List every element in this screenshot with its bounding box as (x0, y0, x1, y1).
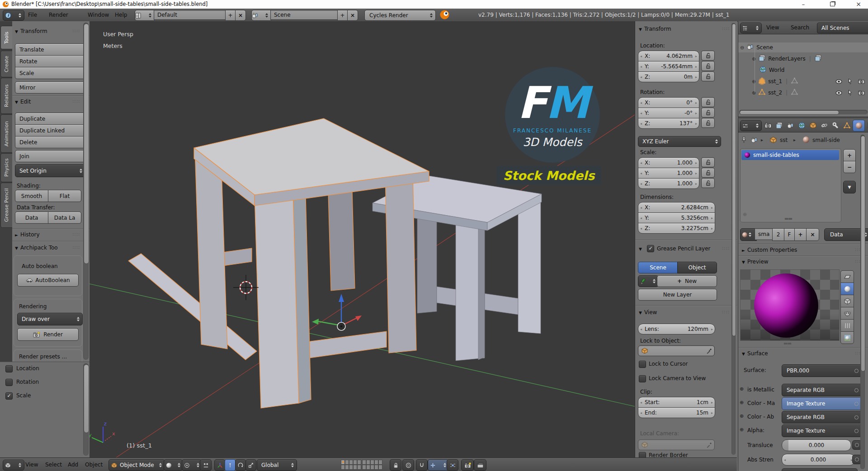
set-origin-select[interactable]: Set Origin (15, 164, 85, 177)
preview-hair-button[interactable] (840, 319, 854, 332)
layer-toggle-19[interactable] (374, 465, 378, 470)
lock-to-cursor-checkbox[interactable] (639, 361, 646, 368)
delete-button[interactable]: Delete (15, 136, 85, 148)
layer-toggle-20[interactable] (378, 465, 382, 470)
autoboolean-button[interactable]: AutoBoolean (17, 274, 79, 287)
layer-toggle-3[interactable] (349, 460, 353, 465)
outliner-item-name[interactable]: Scene (756, 44, 773, 51)
expand-toggle[interactable]: ⊖ (740, 45, 744, 51)
slot-extra-icon[interactable]: ⊕ (743, 212, 747, 217)
location-x-field[interactable]: ◂X:4.062mm▸ (638, 51, 699, 61)
duplicate-linked-button[interactable]: Duplicate Linked (15, 124, 85, 137)
gp-tab-scene[interactable]: Scene (638, 262, 678, 273)
dimension-z-field[interactable]: ◂Z:3.2275cm▸ (638, 223, 715, 234)
panel-header-surface[interactable]: ▼Surface (742, 350, 768, 357)
render-border-checkbox[interactable] (639, 452, 646, 457)
preview-world-button[interactable] (840, 331, 854, 344)
cursor-3d[interactable] (233, 275, 259, 300)
local-camera-field[interactable] (638, 439, 715, 450)
panel-grip[interactable]: :::: (722, 245, 730, 250)
renderable-camera-icon[interactable] (858, 78, 865, 85)
layer-toggle-2[interactable] (345, 460, 349, 465)
close-layout-button[interactable]: × (235, 10, 246, 21)
add-scene-button[interactable]: + (337, 10, 348, 21)
transform-orientation-select[interactable]: Global (257, 459, 297, 471)
surface-row-value-color-ab[interactable]: Separate RGB (782, 411, 862, 424)
render-button[interactable]: Render (17, 328, 79, 341)
expand-toggle[interactable]: ⊕ (752, 90, 756, 96)
panel-header-transform-n[interactable]: ▼Transform (639, 26, 671, 32)
layer-toggle-10[interactable] (357, 465, 361, 470)
opengl-render-button[interactable] (461, 459, 474, 471)
view3d-add-menu[interactable]: Add (65, 460, 81, 470)
close-button[interactable]: × (852, 0, 865, 9)
duplicate-button[interactable]: Duplicate (15, 113, 85, 125)
tab-object[interactable] (807, 120, 819, 131)
add-layout-button[interactable]: + (225, 10, 236, 21)
clip-end-field[interactable]: ◂End:15m▸ (638, 407, 715, 418)
location-y-lock-button[interactable] (701, 61, 715, 71)
opengl-render-anim-button[interactable] (474, 459, 486, 471)
properties-scrollbar-thumb[interactable] (861, 136, 865, 372)
translate-button[interactable]: Translate (15, 43, 85, 56)
minimize-button[interactable]: – (797, 0, 810, 9)
selectable-cursor-icon[interactable] (848, 78, 853, 85)
manipulator-translate-button[interactable] (225, 459, 236, 471)
pivot-point-select[interactable] (182, 459, 202, 471)
scale-y-lock-button[interactable] (701, 168, 715, 178)
selectable-cursor-icon[interactable] (848, 89, 853, 96)
surface-row-value-alpha-[interactable]: Image Texture (782, 424, 862, 437)
tab-world[interactable] (796, 120, 807, 131)
scale-button[interactable]: Scale (15, 67, 85, 79)
menu-render[interactable]: Render (46, 10, 71, 20)
scale-z-lock-button[interactable] (701, 178, 715, 188)
scale-z-field[interactable]: ◂Z:1.000▸ (638, 178, 699, 189)
material-slot-active[interactable]: small-side-tables (741, 150, 839, 160)
layer-toggle-9[interactable] (353, 465, 357, 470)
dimension-y-field[interactable]: ◂Y:5.3256cm▸ (638, 212, 715, 223)
panel-header-view[interactable]: ▼View (639, 309, 657, 316)
manipulator-scale-button[interactable] (245, 459, 256, 471)
outliner-item-name[interactable]: sst_2 (768, 89, 782, 96)
tool-tab-relations[interactable]: Relations (0, 78, 13, 114)
tab-object-data[interactable] (841, 120, 853, 131)
table-sst-1-selected[interactable] (128, 118, 429, 408)
outliner-filter-select[interactable]: All Scenes (817, 23, 868, 33)
layer-toggle-4[interactable] (353, 460, 357, 465)
layer-toggle-16[interactable] (362, 465, 366, 470)
screen-layout-browse-button[interactable] (135, 10, 155, 21)
proportional-edit-toggle[interactable] (402, 459, 414, 471)
breadcrumb-material[interactable]: small-side (812, 137, 840, 143)
scale-x-lock-button[interactable] (701, 157, 715, 167)
layer-toggle-12[interactable] (366, 460, 370, 465)
gp-brush-select[interactable] (638, 275, 659, 287)
transform-manipulator[interactable] (312, 294, 362, 330)
visibility-eye-icon[interactable] (835, 78, 842, 85)
surface-shader-button[interactable]: PBR.000 (782, 364, 862, 377)
menu-file[interactable]: File (25, 10, 40, 20)
pin-icon[interactable] (741, 137, 747, 143)
lock-to-object-field[interactable] (638, 345, 715, 356)
preview-sphere-button[interactable] (840, 283, 854, 295)
outliner-item-name[interactable]: sst_1 (768, 78, 782, 85)
operator-scale-checkbox[interactable]: ✓ (5, 392, 13, 400)
tab-scene[interactable] (785, 120, 796, 131)
list-resize-grip[interactable]: ▬▬ (784, 216, 792, 221)
material-users-button[interactable]: 2 (772, 228, 784, 241)
tab-render-layers[interactable] (774, 120, 785, 131)
tab-constraints[interactable] (819, 120, 830, 131)
preview-monkey-button[interactable] (840, 307, 854, 320)
manipulator-rotate-button[interactable] (235, 459, 246, 471)
rotation-mode-select[interactable]: XYZ Euler (638, 136, 721, 147)
expand-toggle[interactable]: ⊕ (752, 79, 756, 85)
layer-toggle-1[interactable] (341, 460, 345, 465)
rotation-y-lock-button[interactable] (701, 108, 715, 118)
snap-toggle[interactable] (416, 459, 428, 471)
data-button[interactable]: Data (15, 212, 48, 224)
n-panel-scrollbar-thumb[interactable] (732, 24, 736, 336)
view3d-view-menu[interactable]: View (23, 460, 41, 470)
operator-rotation-checkbox[interactable] (5, 379, 13, 386)
tab-material[interactable] (853, 120, 865, 132)
rotation-z-field[interactable]: ◂Z:137°▸ (638, 118, 699, 129)
panel-header-custom-properties[interactable]: ►Custom Properties (742, 247, 797, 253)
